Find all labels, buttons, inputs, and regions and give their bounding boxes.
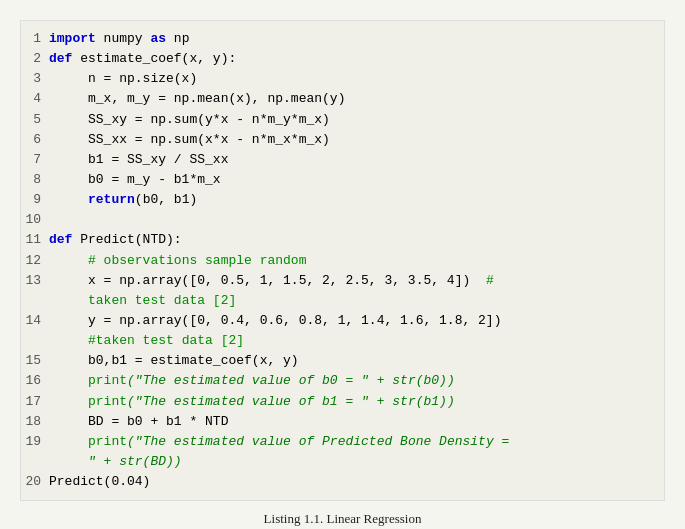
line-number: 3	[21, 69, 49, 89]
line-content: b0,b1 = estimate_coef(x, y)	[49, 351, 656, 371]
code-line: 6 SS_xx = np.sum(x*x - n*m_x*m_x)	[21, 130, 664, 150]
line-number: 9	[21, 190, 49, 210]
code-line: 20Predict(0.04)	[21, 472, 664, 492]
code-line: 8 b0 = m_y - b1*m_x	[21, 170, 664, 190]
code-line: 5 SS_xy = np.sum(y*x - n*m_y*m_x)	[21, 110, 664, 130]
line-content: x = np.array([0, 0.5, 1, 1.5, 2, 2.5, 3,…	[49, 271, 656, 291]
code-line: 16 print("The estimated value of b0 = " …	[21, 371, 664, 391]
line-content: taken test data [2]	[49, 291, 656, 311]
line-content: return(b0, b1)	[49, 190, 656, 210]
line-content: BD = b0 + b1 * NTD	[49, 412, 656, 432]
line-number: 11	[21, 230, 49, 250]
code-line: 18 BD = b0 + b1 * NTD	[21, 412, 664, 432]
line-content: def Predict(NTD):	[49, 230, 656, 250]
line-number: 1	[21, 29, 49, 49]
line-number: 15	[21, 351, 49, 371]
code-line: 4 m_x, m_y = np.mean(x), np.mean(y)	[21, 89, 664, 109]
code-line: 1import numpy as np	[21, 29, 664, 49]
line-number: 6	[21, 130, 49, 150]
line-number: 5	[21, 110, 49, 130]
line-content: b1 = SS_xy / SS_xx	[49, 150, 656, 170]
code-line: taken test data [2]	[21, 291, 664, 311]
code-line: 12 # observations sample random	[21, 251, 664, 271]
line-content: #taken test data [2]	[49, 331, 656, 351]
line-content: SS_xx = np.sum(x*x - n*m_x*m_x)	[49, 130, 656, 150]
line-content: print("The estimated value of b1 = " + s…	[49, 392, 656, 412]
code-line: 10	[21, 210, 664, 230]
code-line: 7 b1 = SS_xy / SS_xx	[21, 150, 664, 170]
line-content: " + str(BD))	[49, 452, 656, 472]
line-number: 13	[21, 271, 49, 291]
line-number: 10	[21, 210, 49, 230]
line-content: def estimate_coef(x, y):	[49, 49, 656, 69]
line-number: 20	[21, 472, 49, 492]
code-line: 13 x = np.array([0, 0.5, 1, 1.5, 2, 2.5,…	[21, 271, 664, 291]
code-line: " + str(BD))	[21, 452, 664, 472]
code-line: 17 print("The estimated value of b1 = " …	[21, 392, 664, 412]
line-number: 16	[21, 371, 49, 391]
line-content: import numpy as np	[49, 29, 656, 49]
line-content: # observations sample random	[49, 251, 656, 271]
line-content: n = np.size(x)	[49, 69, 656, 89]
line-number: 14	[21, 311, 49, 331]
code-line: 3 n = np.size(x)	[21, 69, 664, 89]
line-number: 19	[21, 432, 49, 452]
line-content: y = np.array([0, 0.4, 0.6, 0.8, 1, 1.4, …	[49, 311, 656, 331]
line-content: Predict(0.04)	[49, 472, 656, 492]
line-number: 17	[21, 392, 49, 412]
line-content: print("The estimated value of Predicted …	[49, 432, 656, 452]
listing-caption: Listing 1.1. Linear Regression	[264, 511, 422, 527]
code-line: 15 b0,b1 = estimate_coef(x, y)	[21, 351, 664, 371]
code-block: 1import numpy as np2def estimate_coef(x,…	[20, 20, 665, 501]
code-line: #taken test data [2]	[21, 331, 664, 351]
line-number: 7	[21, 150, 49, 170]
code-line: 11def Predict(NTD):	[21, 230, 664, 250]
line-content: SS_xy = np.sum(y*x - n*m_y*m_x)	[49, 110, 656, 130]
code-line: 19 print("The estimated value of Predict…	[21, 432, 664, 452]
code-line: 2def estimate_coef(x, y):	[21, 49, 664, 69]
code-line: 9 return(b0, b1)	[21, 190, 664, 210]
line-content: print("The estimated value of b0 = " + s…	[49, 371, 656, 391]
code-line: 14 y = np.array([0, 0.4, 0.6, 0.8, 1, 1.…	[21, 311, 664, 331]
line-number: 8	[21, 170, 49, 190]
line-number: 2	[21, 49, 49, 69]
line-number: 4	[21, 89, 49, 109]
line-content: b0 = m_y - b1*m_x	[49, 170, 656, 190]
line-number: 18	[21, 412, 49, 432]
line-content: m_x, m_y = np.mean(x), np.mean(y)	[49, 89, 656, 109]
line-number: 12	[21, 251, 49, 271]
